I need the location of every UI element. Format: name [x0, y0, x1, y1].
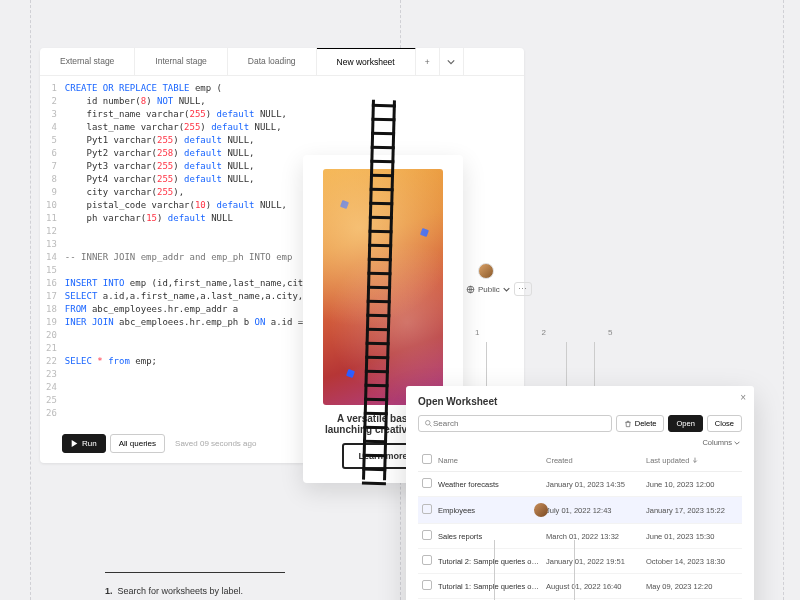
row-name: Employees [438, 506, 542, 515]
row-name: Sales reports [438, 532, 546, 541]
close-icon[interactable]: × [740, 392, 746, 403]
add-tab-button[interactable]: + [416, 48, 440, 75]
row-updated: October 14, 2023 18:30 [646, 557, 742, 566]
all-queries-button[interactable]: All queries [110, 434, 165, 453]
delete-button[interactable]: Delete [616, 415, 665, 432]
open-button[interactable]: Open [668, 415, 702, 432]
run-label: Run [82, 439, 97, 448]
search-input[interactable] [418, 415, 612, 432]
tab-bar: External stageInternal stageData loading… [40, 48, 524, 76]
row-updated: June 10, 2023 12:00 [646, 480, 742, 489]
row-created: August 01, 2022 16:40 [546, 582, 646, 591]
table-row[interactable]: EmployeesJuly 01, 2022 12:43January 17, … [418, 497, 742, 524]
svg-point-1 [426, 421, 431, 426]
tab-new-worksheet[interactable]: New worksheet [317, 48, 416, 75]
row-checkbox[interactable] [422, 555, 432, 565]
select-all-checkbox[interactable] [422, 454, 432, 464]
row-checkbox[interactable] [422, 530, 432, 540]
row-checkbox[interactable] [422, 504, 432, 514]
row-name: Weather forecasts [438, 480, 546, 489]
caption-rule [105, 572, 285, 573]
tab-internal-stage[interactable]: Internal stage [135, 48, 228, 75]
row-checkbox[interactable] [422, 478, 432, 488]
visibility-toggle[interactable]: Public [466, 285, 510, 294]
row-updated: May 09, 2023 12:20 [646, 582, 742, 591]
table-row[interactable]: Tutorial 2: Sample queries on semi-struc… [418, 549, 742, 574]
sort-icon[interactable] [692, 457, 698, 463]
avatar[interactable] [478, 263, 494, 279]
row-checkbox[interactable] [422, 580, 432, 590]
table-header: Name Created Last updated [418, 449, 742, 472]
row-created: March 01, 2022 13:32 [546, 532, 646, 541]
row-avatar [534, 503, 548, 517]
tab-external-stage[interactable]: External stage [40, 48, 135, 75]
callout-markers: 1 2 5 [475, 328, 612, 337]
tab-overflow-button[interactable] [440, 48, 464, 75]
table-row[interactable]: Tutorial 1: Sample queries on TPC-H data… [418, 574, 742, 599]
open-worksheet-modal: × Open Worksheet Delete Open Close Colum… [406, 386, 754, 600]
row-created: January 01, 2022 19:51 [546, 557, 646, 566]
table-row[interactable]: Weather forecastsJanuary 01, 2023 14:35J… [418, 472, 742, 497]
run-button[interactable]: Run [62, 434, 106, 453]
table-row[interactable]: Sales reportsMarch 01, 2022 13:32June 01… [418, 524, 742, 549]
saved-status: Saved 09 seconds ago [175, 439, 256, 448]
search-field[interactable] [433, 419, 606, 428]
tab-data-loading[interactable]: Data loading [228, 48, 317, 75]
caption: 1. Search for worksheets by label. [105, 586, 243, 596]
row-name: Tutorial 1: Sample queries on TPC-H data [438, 582, 546, 591]
row-created: January 01, 2023 14:35 [546, 480, 646, 489]
columns-dropdown[interactable]: Columns [702, 438, 742, 447]
row-updated: January 17, 2023 15:22 [646, 506, 742, 515]
row-created: July 01, 2022 12:43 [546, 506, 646, 515]
row-name: Tutorial 2: Sample queries on semi-struc… [438, 557, 546, 566]
row-updated: June 01, 2023 15:30 [646, 532, 742, 541]
modal-title: Open Worksheet [418, 396, 742, 407]
more-actions-button[interactable]: ⋯ [514, 282, 532, 296]
close-button[interactable]: Close [707, 415, 742, 432]
